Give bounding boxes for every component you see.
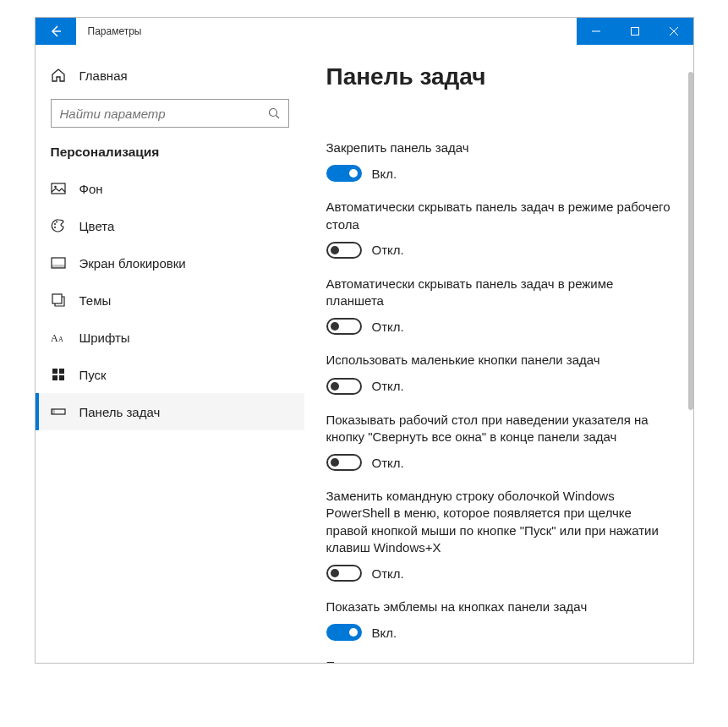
window-controls [577,18,693,45]
svg-point-11 [54,227,56,228]
picture-icon [51,181,66,196]
toggle-switch[interactable] [326,318,362,335]
svg-line-6 [276,116,279,119]
setting-block-2: Автоматически скрывать панель задач в ре… [326,276,673,336]
svg-point-10 [56,221,57,223]
home-icon [51,68,66,83]
toggle-state-label: Откл. [372,456,404,470]
toggle-row: Откл. [326,242,673,259]
toggle-row: Вкл. [326,624,673,641]
toggle-row: Откл. [326,454,673,471]
setting-label: Закрепить панель задач [326,139,673,156]
close-icon [670,27,678,36]
toggle-row: Откл. [326,318,673,335]
sidebar-item-label: Темы [79,293,112,308]
sidebar-item-2[interactable]: Экран блокировки [36,244,304,282]
themes-icon [51,292,66,308]
svg-rect-18 [59,369,64,374]
svg-point-8 [54,186,57,189]
search-box[interactable] [51,99,289,128]
setting-label: Автоматически скрывать панель задач в ре… [326,199,673,233]
sidebar-item-0[interactable]: Фон [36,170,304,207]
svg-rect-19 [52,375,57,380]
toggle-state-label: Вкл. [372,167,397,181]
sidebar-item-1[interactable]: Цвета [36,207,304,244]
sidebar-item-4[interactable]: AAШрифты [36,319,304,356]
toggle-row: Откл. [326,378,673,395]
setting-block-0: Закрепить панель задачВкл. [326,139,673,182]
sidebar-item-label: Панель задач [79,405,161,419]
setting-block-3: Использовать маленькие кнопки панели зад… [326,352,673,394]
arrow-left-icon [49,25,63,38]
toggle-state-label: Откл. [372,379,404,393]
sidebar-item-label: Главная [79,68,128,83]
sidebar-item-label: Цвета [79,219,115,233]
setting-block-7: Положение панели задач на экране [326,658,673,663]
svg-text:A: A [58,336,63,343]
sidebar-item-6[interactable]: Панель задач [36,393,304,430]
category-label: Персонализация [36,139,304,170]
maximize-button[interactable] [616,18,654,45]
svg-rect-17 [52,369,57,374]
scrollbar[interactable] [688,72,693,410]
sidebar-item-5[interactable]: Пуск [36,356,304,393]
svg-rect-13 [52,265,65,268]
setting-block-5: Заменить командную строку оболочкой Wind… [326,488,673,582]
content-panel: Панель задач Закрепить панель задачВкл.А… [304,45,693,663]
toggle-row: Вкл. [326,165,673,182]
sidebar: Главная Персонализация ФонЦветаЭкран бло… [36,45,304,663]
search-icon [268,107,280,119]
sidebar-item-3[interactable]: Темы [36,282,304,319]
svg-rect-20 [59,375,64,380]
taskbar-icon [51,404,66,419]
toggle-state-label: Вкл. [372,626,397,640]
svg-rect-14 [52,294,62,303]
fonts-icon: AA [51,330,66,345]
settings-list: Закрепить панель задачВкл.Автоматически … [326,139,673,663]
lockscreen-icon [51,255,66,271]
toggle-switch[interactable] [326,165,362,182]
minimize-icon [592,27,600,36]
setting-block-1: Автоматически скрывать панель задач в ре… [326,199,673,259]
svg-rect-7 [52,183,65,194]
svg-point-9 [54,223,56,225]
sidebar-item-label: Фон [79,182,103,196]
toggle-switch[interactable] [326,378,362,395]
page-title: Панель задач [326,63,673,90]
toggle-switch[interactable] [326,565,362,582]
sidebar-item-label: Экран блокировки [79,256,186,271]
setting-label: Показать эмблемы на кнопках панели задач [326,599,673,615]
window-title: Параметры [76,18,577,45]
setting-label: Использовать маленькие кнопки панели зад… [326,352,673,369]
svg-point-5 [269,109,276,117]
toggle-switch[interactable] [326,454,362,471]
minimize-button[interactable] [577,18,616,45]
close-button[interactable] [654,18,693,45]
toggle-state-label: Откл. [372,243,404,257]
svg-rect-22 [52,409,55,414]
setting-label: Положение панели задач на экране [326,658,673,663]
titlebar: Параметры [36,18,693,45]
maximize-icon [631,27,639,36]
sidebar-item-home[interactable]: Главная [36,57,304,94]
setting-block-4: Показывать рабочий стол при наведении ук… [326,412,673,472]
sidebar-item-label: Пуск [79,368,107,382]
sidebar-item-label: Шрифты [79,331,130,345]
search-input[interactable] [60,107,268,121]
start-icon [51,367,66,382]
search-wrap [36,99,304,139]
setting-label: Заменить командную строку оболочкой Wind… [326,488,673,556]
toggle-switch[interactable] [326,242,362,259]
back-button[interactable] [36,18,76,45]
palette-icon [51,218,66,233]
setting-block-6: Показать эмблемы на кнопках панели задач… [326,599,673,641]
setting-label: Показывать рабочий стол при наведении ук… [326,412,673,446]
toggle-switch[interactable] [326,624,362,641]
toggle-row: Откл. [326,565,673,582]
toggle-state-label: Откл. [372,566,404,581]
setting-label: Автоматически скрывать панель задач в ре… [326,276,673,310]
window-body: Главная Персонализация ФонЦветаЭкран бло… [36,45,693,663]
svg-text:A: A [51,332,58,344]
settings-window: Параметры Главная [35,17,694,664]
nav-list: ФонЦветаЭкран блокировкиТемыAAШрифтыПуск… [36,170,304,430]
